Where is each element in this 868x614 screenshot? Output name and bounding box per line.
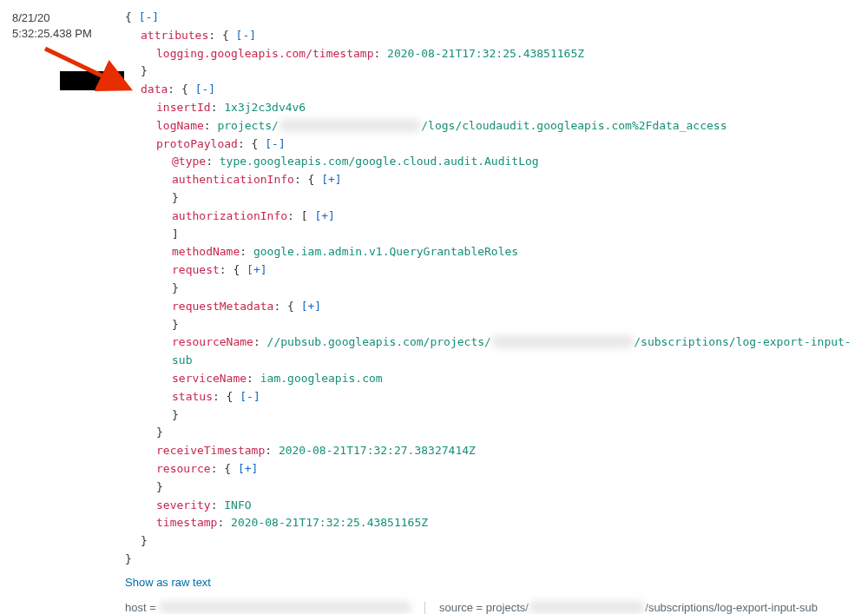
val-logname-prefix[interactable]: projects/ (217, 119, 278, 132)
val-servicename[interactable]: iam.googleapis.com (260, 372, 383, 385)
show-raw-link[interactable]: Show as raw text (125, 569, 856, 592)
timestamp-column: 8/21/20 5:32:25.438 PM (12, 9, 125, 42)
key-protopayload[interactable]: protoPayload (156, 137, 238, 150)
key-resource[interactable]: resource (156, 462, 211, 475)
key-methodname[interactable]: methodName (172, 245, 240, 258)
toggle-status[interactable]: [-] (240, 390, 260, 403)
key-data[interactable]: data (141, 83, 168, 96)
key-timestamp[interactable]: timestamp (156, 516, 217, 529)
source-suffix[interactable]: /subscriptions/log-export-input-sub (645, 601, 818, 614)
json-view: { [-] attributes: { [-] logging.googleap… (125, 9, 856, 614)
source-label: source = (439, 601, 486, 614)
val-resourcename-redacted: xxxxxxx-xxxxxxxxxxxxx (491, 335, 634, 348)
key-at-type[interactable]: @type (172, 155, 206, 168)
val-logname-redacted: xxxxxxx-xxxxxxxxxxxxx (279, 119, 421, 132)
toggle-reqmeta[interactable]: [+] (301, 300, 321, 313)
key-servicename[interactable]: serviceName (172, 372, 247, 385)
toggle-request[interactable]: [+] (247, 263, 266, 276)
key-logging-timestamp[interactable]: logging.googleapis.com/timestamp (156, 47, 373, 60)
host-label: host = (125, 601, 159, 614)
key-attributes[interactable]: attributes (141, 29, 208, 42)
footer-separator (424, 602, 425, 614)
key-severity[interactable]: severity (156, 498, 211, 512)
toggle-protopayload[interactable]: [-] (265, 137, 285, 150)
key-recvts[interactable]: receiveTimestamp (156, 444, 265, 457)
entry-date: 8/21/20 (12, 10, 125, 26)
val-insertid[interactable]: 1x3j2c3dv4v6 (224, 101, 306, 114)
key-resourcename[interactable]: resourceName (172, 335, 253, 348)
key-reqmeta[interactable]: requestMetadata (172, 300, 273, 313)
val-at-type[interactable]: type.googleapis.com/google.cloud.audit.A… (220, 155, 539, 168)
key-logname[interactable]: logName (156, 119, 204, 132)
log-entry-row: 8/21/20 5:32:25.438 PM { [-] attributes:… (12, 9, 856, 614)
event-footer: host = xxxxxx-xxxxxx-xx-x-xxxx-xxxx-xxxx… (125, 592, 856, 615)
entry-time: 5:32:25.438 PM (12, 26, 125, 42)
key-request[interactable]: request (172, 263, 220, 276)
val-resourcename-prefix[interactable]: //pubsub.googleapis.com/projects/ (267, 335, 491, 348)
val-timestamp[interactable]: 2020-08-21T17:32:25.43851165Z (231, 516, 428, 529)
val-logname-suffix[interactable]: /logs/cloudaudit.googleapis.com%2Fdata_a… (421, 119, 727, 132)
val-recvts[interactable]: 2020-08-21T17:32:27.38327414Z (279, 444, 476, 457)
redaction-block (60, 71, 124, 90)
val-logging-timestamp[interactable]: 2020-08-21T17:32:25.43851165Z (387, 47, 584, 60)
toggle-resource[interactable]: [+] (238, 462, 258, 475)
toggle-attributes[interactable]: [-] (236, 29, 256, 42)
key-authinfo[interactable]: authenticationInfo (172, 173, 294, 186)
source-prefix[interactable]: projects/ (486, 601, 529, 614)
toggle-authinfo[interactable]: [+] (321, 173, 341, 186)
key-insertid[interactable]: insertId (156, 101, 211, 114)
toggle-root[interactable]: [-] (139, 10, 159, 23)
toggle-data[interactable]: [-] (195, 83, 215, 96)
source-redacted: xxxxxxx-xxxxxxxxxxxxx (529, 601, 645, 614)
val-methodname[interactable]: google.iam.admin.v1.QueryGrantableRoles (253, 245, 518, 258)
val-severity[interactable]: INFO (224, 498, 251, 512)
host-value-redacted: xxxxxx-xxxxxx-xx-x-xxxx-xxxx-xxxxxxxxxxx… (159, 601, 411, 614)
toggle-authzinfo[interactable]: [+] (314, 209, 334, 222)
key-status[interactable]: status (172, 390, 213, 403)
key-authzinfo[interactable]: authorizationInfo (172, 209, 287, 222)
